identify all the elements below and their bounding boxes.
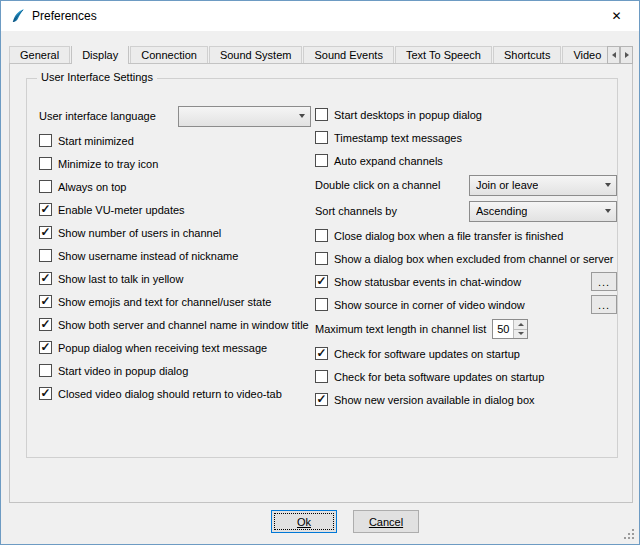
checkbox[interactable] [39,157,52,170]
checkbox[interactable] [315,298,328,311]
arrow-right-icon [625,52,629,58]
checkbox-row[interactable]: Minimize to tray icon [39,152,311,175]
footer-buttons: Ok Cancel [1,510,639,533]
checkbox-row[interactable]: Show last to talk in yellow [39,267,311,290]
arrow-left-icon [612,52,616,58]
checkbox-label: Check for software updates on startup [334,348,520,360]
checkbox[interactable] [315,131,328,144]
checkbox-label: Show emojis and text for channel/user st… [58,296,271,308]
checkbox-row[interactable]: Show both server and channel name in win… [39,313,311,336]
cancel-button[interactable]: Cancel [353,510,419,533]
ok-button[interactable]: Ok [271,510,337,533]
chevron-down-icon [299,114,305,118]
checkbox-row[interactable]: Enable VU-meter updates [39,198,311,221]
checkbox[interactable] [39,249,52,262]
checkbox[interactable] [39,387,52,400]
close-icon[interactable]: ✕ [594,1,639,31]
window-title: Preferences [32,9,97,23]
checkbox-row[interactable]: Popup dialog when receiving text message [39,336,311,359]
checkbox-label: Timestamp text messages [334,132,462,144]
tab-connection[interactable]: Connection [130,46,208,63]
language-combo[interactable] [178,106,311,127]
tab-bar: General Display Connection Sound System … [9,46,613,64]
checkbox-row[interactable]: Check for software updates on startup [315,342,617,365]
double-click-row: Double click on a channel Join or leave [315,172,617,198]
checkbox-label: Start video in popup dialog [58,365,188,377]
checkbox[interactable] [315,347,328,360]
video-source-more-button[interactable]: ... [591,295,617,314]
max-text-length-spinner[interactable]: 50 [492,319,528,339]
spin-down-button[interactable] [514,330,527,339]
checkbox-label: Minimize to tray icon [58,158,158,170]
checkbox-row[interactable]: Show new version available in dialog box [315,388,617,411]
checkbox[interactable] [39,295,52,308]
checkbox-row[interactable]: Auto expand channels [315,149,617,172]
checkbox-row[interactable]: Check for beta software updates on start… [315,365,617,388]
checkbox[interactable] [39,272,52,285]
checkbox[interactable] [315,229,328,242]
checkbox[interactable] [39,226,52,239]
checkbox-label: Start desktops in popup dialog [334,109,482,121]
checkbox[interactable] [39,203,52,216]
double-click-combo[interactable]: Join or leave [469,175,617,196]
checkbox-label: Show statusbar events in chat-window [334,276,521,288]
checkbox-row[interactable]: Start video in popup dialog [39,359,311,382]
checkbox[interactable] [315,252,328,265]
checkbox-row[interactable]: Closed video dialog should return to vid… [39,382,311,405]
checkbox[interactable] [315,154,328,167]
tab-video[interactable]: Video [562,46,612,63]
max-text-length-label: Maximum text length in channel list [315,323,486,335]
groupbox-legend: User Interface Settings [37,71,157,83]
tab-shortcuts[interactable]: Shortcuts [493,46,561,63]
checkbox-label: Auto expand channels [334,155,443,167]
checkbox-row[interactable]: Timestamp text messages [315,126,617,149]
statusbar-events-row: Show statusbar events in chat-window ... [315,270,617,293]
checkbox-row[interactable]: Always on top [39,175,311,198]
checkbox-row[interactable]: Show emojis and text for channel/user st… [39,290,311,313]
checkbox[interactable] [315,393,328,406]
tab-display[interactable]: Display [71,46,129,64]
display-tab-pane: User Interface Settings User interface l… [9,63,633,503]
checkbox-label: Show last to talk in yellow [58,273,183,285]
video-source-row: Show source in corner of video window ..… [315,293,617,316]
statusbar-events-more-button[interactable]: ... [591,272,617,291]
tab-scroll-right-button[interactable] [620,46,633,64]
checkbox[interactable] [39,134,52,147]
language-label: User interface language [39,110,156,122]
max-text-length-row: Maximum text length in channel list 50 [315,316,617,342]
sort-channels-combo[interactable]: Ascending [469,201,617,222]
checkbox-row[interactable]: Start minimized [39,129,311,152]
checkbox[interactable] [39,318,52,331]
checkbox-label: Start minimized [58,135,134,147]
checkbox-row[interactable]: Close dialog box when a file transfer is… [315,224,617,247]
checkbox[interactable] [39,341,52,354]
tab-text-to-speech[interactable]: Text To Speech [395,46,492,63]
checkbox-row[interactable]: Start desktops in popup dialog [315,103,617,126]
checkbox[interactable] [315,370,328,383]
spin-up-button[interactable] [514,320,527,330]
checkbox-label: Popup dialog when receiving text message [58,342,267,354]
language-row: User interface language [39,103,311,129]
checkbox[interactable] [315,108,328,121]
spinner-buttons [513,320,527,338]
checkbox-label: Show number of users in channel [58,227,221,239]
resize-grip-icon[interactable] [624,529,635,540]
tab-sound-system[interactable]: Sound System [209,46,303,63]
checkbox[interactable] [315,275,328,288]
checkbox[interactable] [39,180,52,193]
checkbox-row[interactable]: Show a dialog box when excluded from cha… [315,247,617,270]
sort-channels-label: Sort channels by [315,205,397,217]
tab-scroll-control [607,46,633,64]
double-click-label: Double click on a channel [315,179,440,191]
checkbox-row[interactable]: Show username instead of nickname [39,244,311,267]
checkbox[interactable] [39,364,52,377]
arrow-up-icon [518,323,524,326]
checkbox-row[interactable]: Show number of users in channel [39,221,311,244]
checkbox-label: Show both server and channel name in win… [58,319,309,331]
arrow-down-icon [518,332,524,335]
tab-sound-events[interactable]: Sound Events [303,46,394,63]
sort-channels-row: Sort channels by Ascending [315,198,617,224]
tab-general[interactable]: General [9,46,70,63]
chevron-down-icon [605,209,611,213]
tab-scroll-left-button[interactable] [607,46,620,64]
